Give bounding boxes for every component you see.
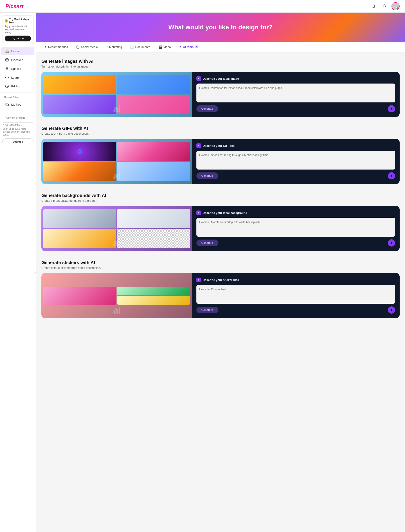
generate-backgrounds-button[interactable]: Generate — [196, 239, 218, 246]
bg-card-right: ai Describe your ideal background Genera… — [192, 206, 400, 251]
gif-ai-logo: ai — [196, 143, 201, 148]
gold-title: Try Gold 7 days free — [9, 18, 31, 24]
sidebar-item-spaces[interactable]: Spaces — [1, 64, 34, 73]
sticker-magic-icon[interactable]: ✦ — [388, 307, 395, 314]
main-nav: 🏠 Home Discover Spaces Learn — [0, 47, 36, 91]
bg-ai-watermark: ai — [113, 238, 120, 249]
sticker-preview-2 — [117, 287, 190, 295]
bg-prompt-input[interactable] — [196, 218, 395, 237]
upgrade-button[interactable]: Upgrade — [2, 138, 34, 145]
gif-card-left: 🌀 ai — [41, 139, 192, 184]
top-header: Picsart — [0, 0, 405, 13]
sidebar-item-pricing[interactable]: Pricing — [1, 82, 34, 90]
generate-gifs-card: 🌀 ai ai Describe your GIF Idea — [41, 139, 400, 184]
card-right: ai Describe your ideal image Generate ✦ — [192, 72, 400, 117]
card-footer: Generate ✦ — [196, 105, 395, 112]
gif-ai-watermark: ai — [113, 171, 120, 182]
generate-backgrounds-subtitle: Create vibrant backgrounds from a prompt… — [41, 199, 400, 202]
sidebar: ★ Try Gold 7 days free Enjoy the full su… — [0, 13, 36, 532]
notification-icon[interactable] — [381, 3, 388, 10]
discover-icon — [5, 58, 9, 62]
header-actions — [370, 2, 400, 10]
gold-banner: ★ Try Gold 7 days free Enjoy the full su… — [2, 15, 34, 44]
nav-divider — [0, 93, 36, 93]
sidebar-item-myfiles[interactable]: My files — [1, 100, 34, 109]
gif-card-right: ai Describe your GIF Idea Generate ✦ — [192, 139, 400, 184]
gif-preview-4 — [117, 162, 190, 181]
sticker-preview-3 — [117, 296, 190, 305]
tab-ai-tools-label: AI tools — [183, 45, 194, 49]
nav-divider-2 — [0, 111, 36, 111]
bg-preview-2 — [117, 209, 190, 228]
gif-preview-2 — [117, 142, 190, 161]
pricing-icon — [5, 84, 9, 88]
generate-gifs-subtitle: Create a GIF from a text description. — [41, 132, 400, 135]
gif-label-text: Describe your GIF Idea — [203, 144, 235, 147]
tab-marketing[interactable]: □ Marketing — [102, 42, 126, 52]
generate-stickers-button[interactable]: Generate — [196, 307, 218, 314]
sidebar-item-learn[interactable]: Learn — [1, 73, 34, 82]
gif-preview-3 — [43, 162, 116, 181]
image-prompt-input[interactable] — [196, 83, 395, 102]
generate-stickers-section: Generate stickers with AI Create unique … — [41, 260, 400, 318]
current-storage-label: Current Storage — [3, 115, 33, 120]
generate-images-card: ai ai Describe your ideal image Generate… — [41, 72, 400, 117]
preview-image-3 — [43, 95, 116, 114]
generate-backgrounds-title: Generate backgrounds with AI — [41, 193, 400, 198]
tab-ai-tools[interactable]: ✦ AI tools ai — [175, 42, 202, 52]
picsart-drive-label: Picsart Drive — [0, 95, 36, 100]
try-free-button[interactable]: Try for free — [5, 36, 31, 41]
search-icon[interactable] — [370, 3, 377, 10]
sticker-ai-watermark: ai — [113, 305, 120, 316]
gif-prompt-input[interactable] — [196, 151, 395, 170]
card-images-left: ai — [41, 72, 192, 117]
hero-banner: What would you like to design for? — [36, 13, 405, 42]
my-files-label: My files — [11, 103, 21, 106]
gif-card-footer: Generate ✦ — [196, 172, 395, 179]
tabs-bar: ✦ Recommended ◯ Social media □ Marketing… — [36, 42, 405, 53]
svg-point-0 — [372, 5, 375, 7]
documents-tab-icon: 📄 — [130, 45, 134, 49]
avatar[interactable] — [392, 2, 400, 10]
gif-magic-icon[interactable]: ✦ — [388, 172, 395, 179]
bg-label-text: Describe your ideal background — [203, 211, 247, 215]
content-area: Generate images with AI Turn a text desc… — [36, 53, 405, 334]
sidebar-collapse-button[interactable]: ‹ — [33, 270, 36, 275]
card-label: ai Describe your ideal image — [196, 76, 395, 81]
learn-icon — [5, 75, 9, 80]
tab-video-label: Video — [163, 45, 171, 49]
generate-gifs-title: Generate GIFs with AI — [41, 126, 400, 131]
tab-social-media-label: Social media — [81, 45, 98, 49]
storage-used-text: 0 Bytes/100 MB used — [3, 124, 33, 127]
sticker-prompt-input[interactable] — [196, 285, 395, 304]
marketing-tab-icon: □ — [106, 45, 108, 49]
tab-video[interactable]: 🎬 Video — [155, 42, 174, 52]
tab-documents[interactable]: 📄 Documents — [127, 42, 154, 52]
pricing-label: Pricing — [11, 85, 20, 88]
home-icon: 🏠 — [5, 49, 9, 53]
sidebar-item-discover[interactable]: Discover — [1, 56, 34, 64]
sticker-label-text: Describe your sticker idea — [203, 278, 239, 282]
generate-images-button[interactable]: Generate — [196, 105, 218, 112]
bg-magic-icon[interactable]: ✦ — [388, 239, 395, 246]
recommended-tab-icon: ✦ — [44, 45, 47, 49]
generate-gifs-button[interactable]: Generate — [196, 172, 218, 179]
generate-stickers-title: Generate stickers with AI — [41, 260, 400, 265]
storage-bar-bg — [3, 122, 33, 123]
sidebar-item-home[interactable]: 🏠 Home — [1, 47, 34, 55]
tab-social-media[interactable]: ◯ Social media — [73, 42, 101, 52]
preview-image-4 — [117, 95, 190, 114]
sticker-card-left: ai — [41, 273, 192, 318]
bg-ai-logo: ai — [196, 211, 201, 215]
gold-icon: ★ — [5, 19, 8, 23]
svg-point-4 — [7, 68, 8, 68]
sticker-card-right: ai Describe your sticker idea Generate ✦ — [192, 273, 400, 318]
ai-watermark: ai — [113, 104, 120, 115]
cloud-icon — [5, 102, 9, 107]
logo[interactable]: Picsart — [5, 3, 23, 9]
magic-wand-icon[interactable]: ✦ — [388, 105, 395, 112]
generate-backgrounds-card: ai ai Describe your ideal background Gen… — [41, 206, 400, 251]
ai-tools-tab-icon: ✦ — [179, 45, 182, 49]
home-label: Home — [11, 49, 19, 53]
tab-recommended[interactable]: ✦ Recommended — [40, 42, 72, 52]
